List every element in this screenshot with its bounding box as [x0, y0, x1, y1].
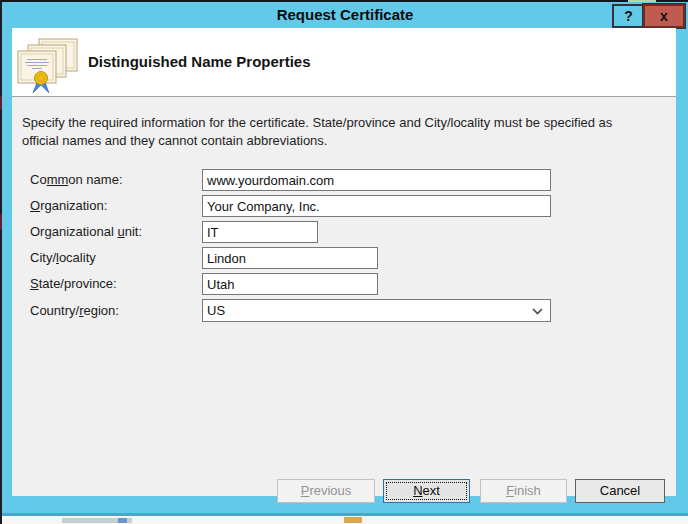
common-name-label: Common name: — [30, 172, 123, 187]
next-button[interactable]: Next — [383, 479, 470, 503]
country-region-label: Country/region: — [30, 303, 119, 318]
finish-button: Finish — [480, 479, 567, 503]
organizational-unit-input[interactable] — [202, 221, 318, 243]
instructions-line-1: Specify the required information for the… — [22, 115, 612, 130]
cancel-button[interactable]: Cancel — [575, 479, 665, 503]
dialog-border-shade — [2, 513, 688, 516]
background-artifact — [118, 518, 127, 523]
state-province-label: State/province: — [30, 276, 117, 291]
previous-button: Previous — [277, 479, 375, 503]
organization-label: Organization: — [30, 198, 107, 213]
instructions-line-2: official names and they cannot contain a… — [22, 133, 327, 148]
close-button[interactable]: x — [643, 4, 685, 28]
country-region-value: US — [207, 303, 225, 318]
background-artifact — [344, 517, 362, 523]
city-locality-input[interactable] — [202, 247, 378, 269]
window-title: Request Certificate — [2, 2, 688, 28]
help-icon: ? — [624, 8, 633, 24]
organizational-unit-label: Organizational unit: — [30, 224, 142, 239]
organization-input[interactable] — [202, 195, 551, 217]
window-titlebar[interactable]: Request Certificate ? x — [2, 2, 688, 28]
screen: Request Certificate ? x — [0, 0, 688, 524]
common-name-input[interactable] — [202, 169, 551, 191]
country-region-select[interactable]: US — [202, 299, 551, 322]
page-title: Distinguished Name Properties — [88, 53, 311, 70]
close-icon: x — [660, 8, 668, 24]
help-button[interactable]: ? — [612, 4, 645, 28]
state-province-input[interactable] — [202, 273, 378, 295]
city-locality-label: City/locality — [30, 250, 96, 265]
chevron-down-icon — [532, 308, 543, 315]
certificates-icon — [17, 38, 79, 94]
